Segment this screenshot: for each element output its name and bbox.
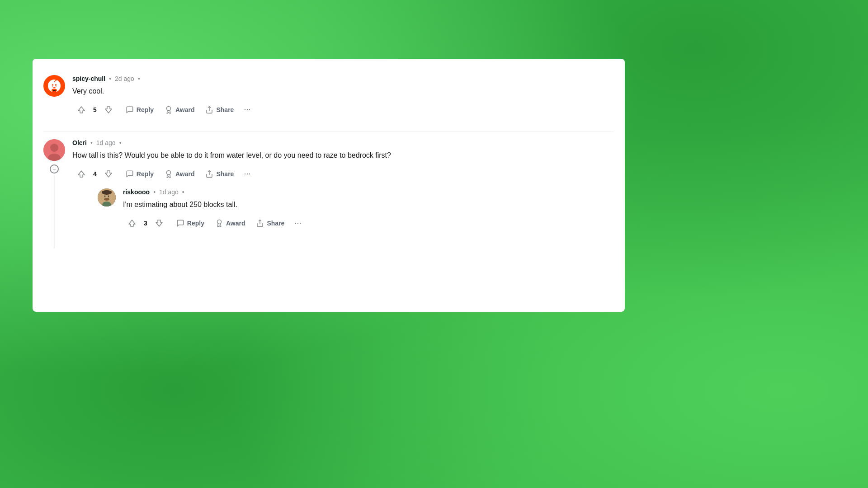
svg-point-23 (104, 196, 106, 197)
username-riskoooo[interactable]: riskoooo (123, 188, 150, 196)
vote-count-olcri: 4 (93, 170, 97, 178)
svg-point-15 (50, 144, 58, 152)
reply-label-spicy: Reply (137, 106, 154, 113)
avatar-spicy-chull (43, 75, 65, 97)
svg-rect-22 (102, 191, 112, 193)
avatar-riskoooo (98, 188, 116, 206)
svg-point-17 (166, 170, 170, 174)
award-label-riskoooo: Award (226, 220, 245, 227)
svg-point-4 (55, 84, 57, 86)
vote-section-riskoooo: 3 (123, 216, 168, 230)
divider-1 (43, 131, 614, 132)
award-label-olcri: Award (175, 170, 195, 178)
reply-button-riskoooo[interactable]: Reply (172, 216, 209, 230)
comment-body-olcri: Olcri • 1d ago • How tall is this? Would… (72, 139, 614, 249)
collapse-icon: − (52, 165, 56, 173)
comment-header-olcri: Olcri • 1d ago • (72, 139, 614, 146)
action-bar-olcri: 4 Reply Award Share (72, 166, 614, 181)
share-label-olcri: Share (216, 170, 234, 178)
comment-text-spicy: Very cool. (72, 86, 614, 97)
comment-left-olcri: − (43, 139, 65, 249)
more-button-olcri[interactable]: ··· (240, 166, 254, 181)
svg-rect-11 (53, 90, 56, 91)
reply-button-spicy[interactable]: Reply (121, 103, 158, 117)
upvote-button-spicy[interactable] (72, 103, 90, 117)
comment-header-riskoooo: riskoooo • 1d ago • (123, 188, 614, 196)
dot2-riskoooo: • (182, 188, 184, 196)
svg-point-7 (49, 84, 52, 86)
svg-point-24 (108, 196, 109, 197)
upvote-button-riskoooo[interactable] (123, 216, 141, 230)
timestamp-olcri: 1d ago (96, 139, 116, 146)
upvote-icon-spicy (77, 105, 86, 114)
award-button-olcri[interactable]: Award (160, 167, 199, 181)
comment-text-olcri: How tall is this? Would you be able to d… (72, 150, 614, 161)
share-icon-spicy (205, 106, 213, 114)
upvote-button-olcri[interactable] (72, 167, 90, 181)
award-button-spicy[interactable]: Award (160, 103, 199, 117)
more-button-spicy[interactable]: ··· (240, 102, 254, 117)
award-icon-olcri (165, 170, 173, 178)
dot2-spicy: • (138, 75, 140, 82)
share-icon-riskoooo (256, 219, 264, 227)
comment-body-spicy: spicy-chull • 2d ago • Very cool. 5 (72, 75, 614, 124)
upvote-icon-riskoooo (127, 219, 137, 228)
downvote-button-spicy[interactable] (99, 103, 118, 117)
vote-section-olcri: 4 (72, 167, 118, 181)
timestamp-riskoooo: 1d ago (159, 188, 179, 196)
comment-olcri: − Olcri • 1d ago • How tall is this? Wou… (43, 134, 614, 254)
reply-label-riskoooo: Reply (187, 220, 204, 227)
svg-point-3 (52, 84, 54, 86)
more-dots-riskoooo: ··· (294, 218, 301, 228)
award-label-spicy: Award (175, 106, 195, 113)
dot-olcri: • (90, 139, 93, 146)
svg-point-12 (166, 106, 170, 110)
svg-point-25 (104, 198, 109, 201)
comment-card: spicy-chull • 2d ago • Very cool. 5 (33, 59, 625, 312)
dot2-olcri: • (119, 139, 122, 146)
share-button-riskoooo[interactable]: Share (251, 216, 289, 230)
award-icon-spicy (165, 106, 173, 114)
downvote-icon-olcri (104, 169, 113, 178)
more-button-riskoooo[interactable]: ··· (291, 216, 305, 230)
collapse-button-olcri[interactable]: − (50, 164, 59, 174)
award-icon-riskoooo (215, 219, 223, 227)
svg-point-27 (217, 220, 221, 224)
downvote-button-riskoooo[interactable] (150, 216, 168, 230)
comment-spicy-chull: spicy-chull • 2d ago • Very cool. 5 (43, 70, 614, 130)
svg-point-8 (57, 84, 60, 86)
action-bar-spicy: 5 Reply Award Share (72, 102, 614, 117)
comment-riskoooo: riskoooo • 1d ago • I'm estimating about… (98, 185, 614, 241)
reply-icon-olcri (126, 170, 134, 178)
comment-left-spicy (43, 75, 65, 124)
comment-body-riskoooo: riskoooo • 1d ago • I'm estimating about… (123, 188, 614, 238)
nested-comment-riskoooo: riskoooo • 1d ago • I'm estimating about… (98, 185, 614, 241)
reply-icon-spicy (126, 106, 134, 114)
more-dots-spicy: ··· (244, 105, 250, 114)
username-spicy[interactable]: spicy-chull (72, 75, 105, 82)
avatar-olcri-svg (43, 139, 65, 161)
comment-text-riskoooo: I'm estimating about 250 blocks tall. (123, 199, 614, 210)
comment-header-spicy: spicy-chull • 2d ago • (72, 75, 614, 82)
share-icon-olcri (205, 170, 213, 178)
dot-riskoooo: • (153, 188, 156, 196)
downvote-icon-riskoooo (155, 219, 164, 228)
reply-icon-riskoooo (176, 219, 184, 227)
reply-button-olcri[interactable]: Reply (121, 167, 158, 181)
reddit-alien-icon (46, 78, 62, 94)
timestamp-spicy: 2d ago (115, 75, 134, 82)
svg-point-6 (56, 80, 57, 81)
share-label-spicy: Share (216, 106, 234, 113)
share-label-riskoooo: Share (267, 220, 284, 227)
thread-line-olcri (54, 175, 55, 249)
action-bar-riskoooo: 3 Reply Award (123, 216, 614, 230)
vote-count-riskoooo: 3 (144, 220, 147, 227)
award-button-riskoooo[interactable]: Award (211, 216, 250, 230)
vote-section-spicy: 5 (72, 103, 118, 117)
dot-spicy: • (109, 75, 111, 82)
share-button-spicy[interactable]: Share (201, 103, 238, 117)
avatar-riskoooo-svg (98, 188, 116, 206)
share-button-olcri[interactable]: Share (201, 167, 238, 181)
username-olcri[interactable]: Olcri (72, 139, 87, 146)
downvote-button-olcri[interactable] (99, 167, 118, 181)
